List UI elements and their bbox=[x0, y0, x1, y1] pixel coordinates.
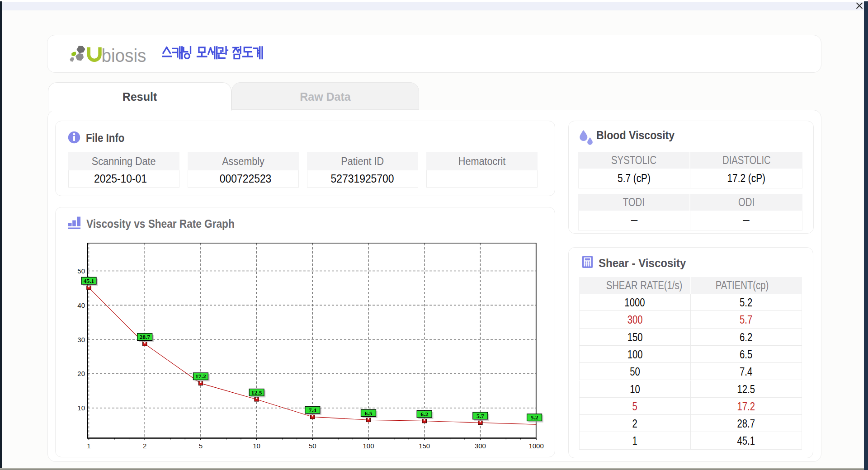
svg-text:12.5: 12.5 bbox=[251, 389, 262, 396]
svg-text:7.4: 7.4 bbox=[309, 407, 316, 414]
svg-text:28.7: 28.7 bbox=[139, 334, 150, 340]
svg-text:5: 5 bbox=[199, 442, 203, 450]
svg-text:1: 1 bbox=[87, 442, 90, 450]
svg-text:5.2: 5.2 bbox=[531, 414, 538, 421]
svg-text:6.2: 6.2 bbox=[420, 411, 428, 418]
svg-text:5.7: 5.7 bbox=[476, 413, 484, 419]
svg-text:10: 10 bbox=[253, 442, 260, 450]
svg-text:50: 50 bbox=[77, 267, 85, 275]
svg-text:17.2: 17.2 bbox=[195, 373, 206, 380]
svg-text:50: 50 bbox=[309, 442, 316, 450]
svg-text:150: 150 bbox=[419, 442, 430, 450]
svg-text:100: 100 bbox=[363, 442, 374, 450]
svg-text:20: 20 bbox=[77, 370, 85, 377]
svg-text:45.1: 45.1 bbox=[84, 277, 94, 284]
svg-text:30: 30 bbox=[77, 336, 85, 343]
svg-text:6.5: 6.5 bbox=[365, 410, 373, 417]
svg-text:40: 40 bbox=[77, 301, 85, 309]
svg-text:1000: 1000 bbox=[528, 442, 543, 450]
svg-text:10: 10 bbox=[77, 404, 85, 412]
svg-text:biosis: biosis bbox=[101, 45, 146, 65]
svg-text:300: 300 bbox=[475, 442, 486, 450]
svg-text:2: 2 bbox=[143, 442, 146, 450]
